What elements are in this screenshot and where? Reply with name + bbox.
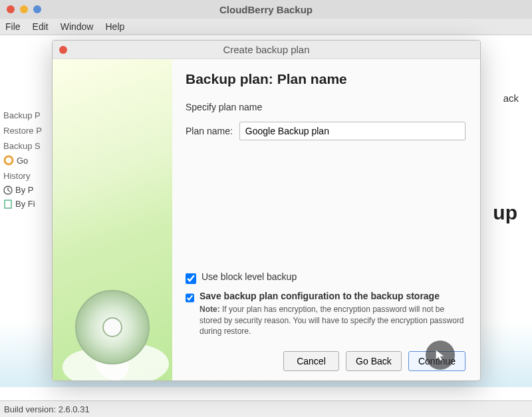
save-config-checkbox[interactable]	[186, 293, 194, 303]
menubar: File Edit Window Help	[0, 19, 532, 35]
create-backup-plan-dialog: Create backup plan Backup plan: Plan nam…	[52, 40, 481, 381]
disc-icon	[72, 287, 152, 367]
file-icon	[3, 200, 13, 209]
use-block-level-label: Use block level backup	[201, 271, 297, 282]
specify-plan-name-label: Specify plan name	[186, 102, 466, 112]
sidebar-item-label: By Fi	[15, 199, 35, 209]
sidebar-item-label: Go	[17, 156, 28, 166]
use-block-level-checkbox[interactable]	[186, 273, 196, 284]
google-icon	[3, 155, 14, 166]
dialog-sidebar-graphic	[53, 59, 172, 380]
statusbar: Build version: 2.6.0.31	[0, 400, 532, 417]
note-prefix: Note:	[200, 305, 220, 314]
build-version: Build version: 2.6.0.31	[4, 404, 90, 414]
clock-icon	[3, 186, 13, 195]
plan-name-input[interactable]	[239, 122, 466, 140]
note-body: If your plan has encryption, the encrypt…	[200, 305, 464, 335]
dialog-titlebar: Create backup plan	[53, 41, 480, 59]
cancel-button[interactable]: Cancel	[283, 351, 339, 371]
dialog-title: Create backup plan	[223, 44, 309, 55]
svg-rect-2	[5, 200, 11, 208]
svg-point-6	[103, 318, 122, 337]
window-title: CloudBerry Backup	[0, 4, 532, 15]
dialog-heading: Backup plan: Plan name	[186, 71, 466, 87]
window-titlebar: CloudBerry Backup	[0, 0, 532, 19]
menu-edit[interactable]: Edit	[33, 21, 49, 32]
menu-help[interactable]: Help	[105, 21, 124, 32]
dialog-content: Backup plan: Plan name Specify plan name…	[172, 59, 480, 380]
save-config-note: Note: If your plan has encryption, the e…	[200, 304, 466, 337]
menu-window[interactable]: Window	[61, 21, 94, 32]
continue-button[interactable]: Continue	[408, 351, 466, 371]
partial-text-back: ack	[503, 92, 519, 104]
plan-name-label: Plan name:	[186, 126, 233, 136]
partial-text-up: up	[493, 202, 517, 224]
sidebar-item-label: By P	[15, 185, 33, 195]
svg-point-0	[5, 156, 13, 164]
dialog-close-dot[interactable]	[59, 46, 67, 54]
save-config-label: Save backup plan configuration to the ba…	[200, 291, 440, 301]
menu-file[interactable]: File	[5, 21, 21, 32]
dialog-button-row: Cancel Go Back Continue	[186, 351, 466, 371]
go-back-button[interactable]: Go Back	[346, 351, 402, 371]
